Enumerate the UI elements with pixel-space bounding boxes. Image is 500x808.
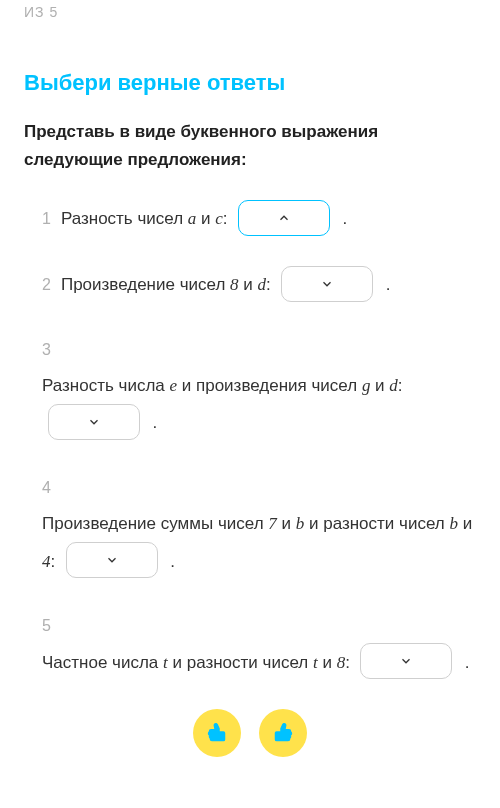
variable: 8 (337, 653, 346, 672)
item-text: Разность чисел (61, 209, 188, 228)
item-number: 2 (42, 267, 51, 302)
item-text: и (196, 209, 215, 228)
item-text: и (370, 376, 389, 395)
question-item: 4 Произведение суммы чисел 7 и b и разно… (24, 470, 476, 580)
variable: 8 (230, 275, 239, 294)
answer-dropdown[interactable] (66, 542, 158, 578)
chevron-down-icon (87, 415, 101, 429)
item-text: и разности чисел (304, 514, 449, 533)
item-text: Произведение суммы чисел (42, 514, 268, 533)
item-text: : (345, 653, 350, 672)
feedback-footer (24, 709, 476, 757)
item-text: Разность числа (42, 376, 170, 395)
item-text: и (458, 514, 472, 533)
question-item: 1 Разность чисел a и c: . (24, 200, 476, 238)
chevron-down-icon (105, 553, 119, 567)
variable: c (215, 209, 223, 228)
period: . (386, 275, 391, 294)
chevron-up-icon (277, 211, 291, 225)
period: . (342, 209, 347, 228)
variable: b (449, 514, 458, 533)
answer-dropdown[interactable] (48, 404, 140, 440)
thumbs-down-button[interactable] (193, 709, 241, 757)
question-list: 1 Разность чисел a и c: . 2 Произведение… (24, 200, 476, 681)
item-number: 4 (42, 470, 51, 505)
answer-dropdown[interactable] (360, 643, 452, 679)
question-item: 5 Частное числа t и разности чисел t и 8… (24, 608, 476, 681)
variable: d (389, 376, 398, 395)
item-number: 3 (42, 332, 51, 367)
question-item: 3 Разность числа e и произведения чисел … (24, 332, 476, 442)
chevron-down-icon (320, 277, 334, 291)
progress-indicator: ИЗ 5 (24, 0, 476, 20)
thumbs-down-icon (206, 722, 228, 744)
item-text: и (239, 275, 258, 294)
item-text: и (277, 514, 296, 533)
item-text: : (266, 275, 271, 294)
answer-dropdown[interactable] (238, 200, 330, 236)
variable: b (296, 514, 305, 533)
variable: e (170, 376, 178, 395)
item-number: 5 (42, 608, 51, 643)
variable: 4 (42, 552, 51, 571)
period: . (465, 653, 470, 672)
item-text: : (223, 209, 228, 228)
item-text: и произведения чисел (177, 376, 362, 395)
item-text: Частное числа (42, 653, 163, 672)
period: . (170, 552, 175, 571)
item-text: : (51, 552, 56, 571)
period: . (152, 413, 157, 432)
item-text: и разности чисел (168, 653, 313, 672)
chevron-down-icon (399, 654, 413, 668)
thumbs-up-button[interactable] (259, 709, 307, 757)
item-text: : (398, 376, 403, 395)
item-number: 1 (42, 201, 51, 236)
page-title: Выбери верные ответы (24, 70, 476, 96)
item-text: Произведение чисел (61, 275, 230, 294)
question-item: 2 Произведение чисел 8 и d: . (24, 266, 476, 304)
item-text: и (318, 653, 337, 672)
instruction-text: Представь в виде буквенного выражения сл… (24, 118, 476, 174)
thumbs-up-icon (272, 722, 294, 744)
answer-dropdown[interactable] (281, 266, 373, 302)
variable: 7 (268, 514, 277, 533)
variable: d (258, 275, 267, 294)
